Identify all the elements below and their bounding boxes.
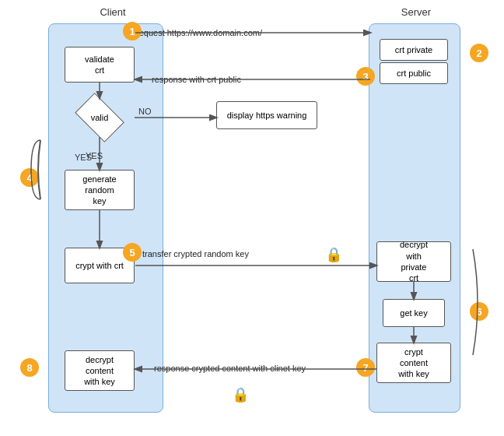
num-6: 6	[470, 302, 488, 321]
request-label: request https://www.domain.com/	[136, 28, 262, 37]
decrypt-content-box: decrypt content with key	[65, 350, 135, 391]
display-warning-box: display https warning	[216, 101, 317, 129]
yes-label: YES	[75, 153, 92, 162]
transfer-key-label: transfer crypted random key	[142, 249, 249, 258]
num-3: 3	[356, 67, 375, 86]
crypt-content-box: crypt content with key	[376, 343, 451, 383]
num-2: 2	[470, 44, 488, 62]
get-key-box: get key	[383, 299, 445, 327]
lock-icon-2: 🔒	[232, 386, 249, 403]
server-label: Server	[381, 6, 451, 18]
num-1: 1	[123, 22, 142, 40]
crt-private-box: crt private	[380, 39, 448, 61]
decrypt-private-box: decrypt with private crt	[376, 241, 451, 282]
num-5: 5	[123, 243, 142, 262]
crt-public-box: crt public	[380, 62, 448, 84]
response-content-label: response crypted content with clinet key	[154, 364, 306, 373]
client-label: Client	[78, 6, 148, 18]
num-8: 8	[20, 358, 39, 377]
num-7: 7	[356, 358, 375, 377]
diagram: Client Server validate crt valid generat…	[0, 0, 504, 436]
valid-diamond: valid	[65, 98, 135, 137]
response-crt-label: response with crt public	[152, 75, 241, 84]
generate-key-box: generate random key	[65, 170, 135, 210]
num-4: 4	[20, 168, 39, 187]
lock-icon-1: 🔒	[325, 246, 342, 263]
validate-crt-box: validate crt	[65, 47, 135, 83]
